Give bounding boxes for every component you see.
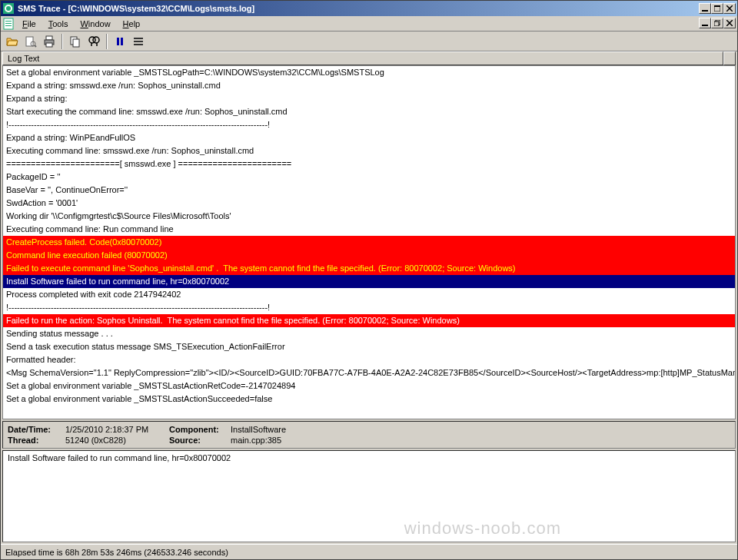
log-line[interactable]: Set a global environment variable _SMSTS… — [3, 66, 735, 79]
maximize-button[interactable] — [711, 3, 723, 14]
log-line[interactable]: <Msg SchemaVersion="1.1" ReplyCompressio… — [3, 366, 735, 379]
column-header-logtext[interactable]: Log Text — [2, 51, 723, 65]
message-detail-text: Install Software failed to run command l… — [8, 453, 231, 462]
window-controls — [699, 3, 736, 14]
titlebar[interactable]: SMS Trace - [C:\WINDOWS\system32\CCM\Log… — [1, 1, 737, 16]
mdi-minimize-button[interactable] — [699, 18, 711, 28]
svg-rect-12 — [702, 25, 708, 26]
svg-line-19 — [35, 45, 36, 47]
svg-rect-3 — [702, 10, 708, 12]
source-label: Source: — [169, 436, 231, 445]
close-button[interactable] — [723, 3, 736, 14]
log-line[interactable]: Working dir '\\Configmgrtest\c$\Source F… — [3, 210, 735, 223]
log-line[interactable]: PackageID = '' — [3, 171, 735, 184]
statusbar: Elapsed time is 68h 28m 53s 246ms (24653… — [1, 544, 737, 559]
menubar: File Tools Window Help — [1, 16, 737, 31]
log-line[interactable]: Failed to run the action: Sophos Uninsta… — [3, 314, 735, 327]
log-line[interactable]: CreateProcess failed. Code(0x80070002) — [3, 236, 735, 249]
menu-help[interactable]: Help — [117, 18, 147, 30]
svg-rect-33 — [134, 44, 143, 45]
datetime-value: 1/25/2010 2:18:37 PM — [65, 425, 169, 434]
log-line[interactable]: Failed to execute command line 'Sophos_u… — [3, 262, 735, 275]
svg-rect-10 — [5, 23, 12, 24]
app-icon — [2, 2, 15, 15]
datetime-label: Date/Time: — [8, 425, 65, 434]
menu-window[interactable]: Window — [74, 18, 116, 30]
svg-rect-14 — [714, 22, 719, 26]
svg-rect-31 — [134, 38, 143, 39]
log-line[interactable]: Expand a string: smsswd.exe /run: Sophos… — [3, 79, 735, 92]
print-button[interactable] — [41, 33, 58, 50]
log-line[interactable]: Formatted header: — [3, 353, 735, 366]
message-detail-box[interactable]: Install Software failed to run command l… — [2, 450, 736, 542]
thread-label: Thread: — [8, 436, 65, 445]
log-line[interactable]: Expand a string: — [3, 92, 735, 105]
column-header-row: Log Text — [2, 51, 736, 65]
log-area: Set a global environment variable _SMSTS… — [2, 65, 736, 419]
log-line[interactable]: Executing command line: Run command line — [3, 223, 735, 236]
window-title: SMS Trace - [C:\WINDOWS\system32\CCM\Log… — [18, 4, 699, 13]
log-line[interactable]: BaseVar = '', ContinueOnError='' — [3, 184, 735, 197]
svg-rect-30 — [121, 38, 123, 45]
svg-rect-20 — [46, 36, 52, 40]
svg-point-2 — [6, 6, 11, 11]
svg-point-26 — [93, 37, 99, 43]
thread-value: 51240 (0xC828) — [65, 436, 169, 445]
log-line[interactable]: Process completed with exit code 2147942… — [3, 288, 735, 301]
log-line[interactable]: Set a global environment variable _SMSTS… — [3, 379, 735, 393]
open-button[interactable] — [4, 33, 21, 50]
find-button[interactable] — [85, 33, 102, 50]
svg-rect-22 — [46, 43, 52, 47]
log-line[interactable]: Command line execution failed (80070002) — [3, 249, 735, 262]
menu-file[interactable]: File — [16, 18, 42, 30]
log-line[interactable]: Expand a string: WinPEandFullOS — [3, 131, 735, 144]
log-line[interactable]: Set a global environment variable _SMSTS… — [3, 393, 735, 406]
log-line[interactable]: Start executing the command line: smsswd… — [3, 105, 735, 118]
toolbar — [1, 31, 737, 51]
detail-panel: Date/Time: 1/25/2010 2:18:37 PM Componen… — [2, 421, 736, 449]
log-line[interactable]: SwdAction = '0001' — [3, 197, 735, 210]
minimize-button[interactable] — [699, 3, 711, 14]
svg-rect-32 — [134, 41, 143, 42]
log-list[interactable]: Set a global environment variable _SMSTS… — [3, 66, 735, 419]
svg-rect-24 — [73, 39, 79, 47]
log-line[interactable]: Sending status message . . . — [3, 327, 735, 340]
menu-tools[interactable]: Tools — [42, 18, 75, 30]
list-button[interactable] — [130, 33, 147, 50]
log-line[interactable]: !---------------------------------------… — [3, 118, 735, 131]
svg-rect-5 — [714, 5, 720, 7]
svg-rect-29 — [117, 38, 119, 45]
column-header-scroll — [723, 51, 736, 65]
mdi-controls — [699, 18, 736, 28]
svg-rect-9 — [5, 21, 12, 22]
log-line[interactable]: Executing command line: smsswd.exe /run:… — [3, 144, 735, 157]
print-preview-button[interactable] — [22, 33, 39, 50]
log-line[interactable]: !---------------------------------------… — [3, 301, 735, 314]
copy-button[interactable] — [67, 33, 84, 50]
mdi-close-button[interactable] — [723, 18, 736, 28]
statusbar-text: Elapsed time is 68h 28m 53s 246ms (24653… — [5, 548, 228, 557]
source-value: main.cpp:385 — [231, 436, 730, 445]
pause-button[interactable] — [111, 33, 128, 50]
mdi-restore-button[interactable] — [711, 18, 723, 28]
svg-rect-11 — [5, 25, 12, 26]
toolbar-separator — [106, 34, 108, 49]
log-line[interactable]: =======================[ smsswd.exe ] ==… — [3, 157, 735, 171]
component-label: Component: — [169, 425, 231, 434]
toolbar-separator — [62, 34, 63, 49]
component-value: InstallSoftware — [231, 425, 730, 434]
log-line[interactable]: Send a task execution status message SMS… — [3, 340, 735, 353]
app-window: SMS Trace - [C:\WINDOWS\system32\CCM\Log… — [0, 0, 738, 560]
doc-icon — [2, 18, 15, 30]
log-line[interactable]: Install Software failed to run command l… — [3, 275, 735, 288]
